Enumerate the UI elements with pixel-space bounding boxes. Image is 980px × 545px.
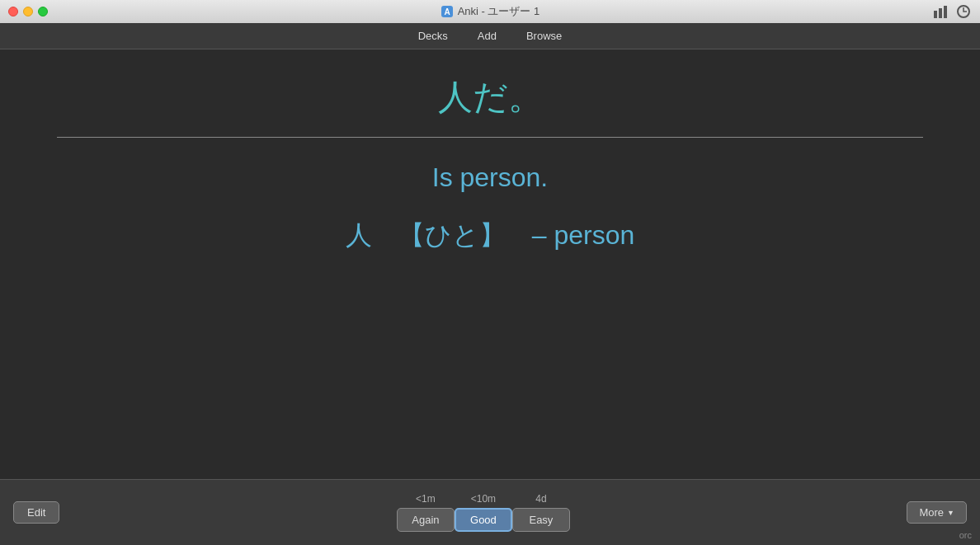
answer-buttons-group: <1m <10m 4d Again Good Easy — [397, 493, 570, 532]
window-controls[interactable] — [8, 7, 48, 16]
time-labels-row: <1m <10m 4d — [397, 493, 570, 505]
more-button[interactable]: More — [907, 501, 967, 524]
card-vocab: 人 【ひと】 – person — [346, 218, 635, 254]
card-front: 人だ。 — [438, 74, 543, 120]
menu-add[interactable]: Add — [471, 26, 503, 45]
stats-icon[interactable] — [932, 3, 949, 20]
title-text: Anki - ユーザー 1 — [458, 4, 540, 19]
good-button[interactable]: Good — [455, 508, 512, 532]
close-button[interactable] — [8, 7, 18, 16]
time-label-good: <10m — [455, 493, 512, 505]
minimize-button[interactable] — [23, 7, 33, 16]
title-bar-right-icons — [932, 3, 972, 20]
svg-rect-2 — [934, 11, 937, 18]
card-translation: Is person. — [432, 162, 549, 193]
card-divider — [57, 137, 923, 138]
bottom-bar: Edit <1m <10m 4d Again Good Easy More — [0, 479, 980, 545]
menu-browse[interactable]: Browse — [520, 26, 568, 45]
time-label-again: <1m — [397, 493, 455, 505]
answer-btns-row: Again Good Easy — [397, 508, 570, 532]
svg-rect-3 — [939, 8, 942, 18]
again-button[interactable]: Again — [397, 508, 455, 532]
svg-rect-4 — [944, 6, 947, 18]
main-content: 人だ。 Is person. 人 【ひと】 – person — [0, 49, 980, 479]
orc-watermark: orc — [959, 530, 972, 540]
menu-decks[interactable]: Decks — [412, 26, 455, 45]
easy-button[interactable]: Easy — [512, 508, 570, 532]
window-title: A Anki - ユーザー 1 — [441, 4, 540, 19]
edit-button[interactable]: Edit — [13, 501, 59, 524]
menu-bar: Decks Add Browse — [0, 23, 980, 49]
title-bar: A Anki - ユーザー 1 — [0, 0, 980, 23]
sync-icon[interactable] — [955, 3, 972, 20]
anki-icon: A — [441, 5, 454, 18]
svg-text:A: A — [444, 7, 450, 16]
maximize-button[interactable] — [38, 7, 48, 16]
time-label-easy: 4d — [512, 493, 570, 505]
